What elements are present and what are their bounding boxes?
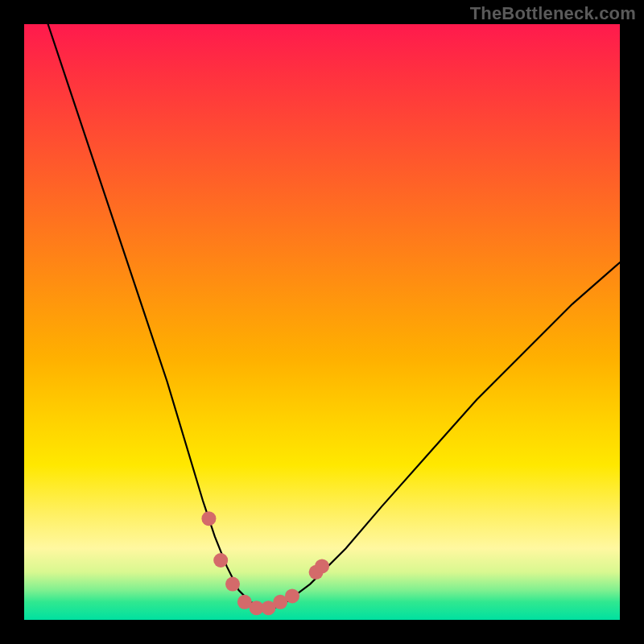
highlight-dot xyxy=(315,559,329,573)
plot-area xyxy=(24,24,620,620)
highlight-dots xyxy=(201,511,329,615)
bottleneck-curve xyxy=(48,24,620,608)
highlight-dot xyxy=(201,511,216,526)
highlight-dot xyxy=(285,588,299,603)
chart-frame: TheBottleneck.com xyxy=(0,0,644,644)
curve-layer xyxy=(24,24,620,620)
highlight-dot xyxy=(225,577,240,592)
highlight-dot xyxy=(213,553,228,568)
watermark-text: TheBottleneck.com xyxy=(470,3,636,24)
